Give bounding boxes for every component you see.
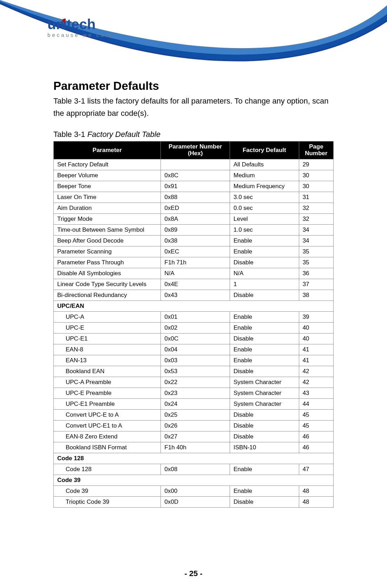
cell-page: 46 — [299, 431, 333, 442]
table-row: Beeper Volume0x8CMedium30 — [54, 170, 334, 181]
cell-param: EAN-8 Zero Extend — [54, 431, 161, 442]
cell-param: EAN-13 — [54, 355, 161, 366]
cell-page: 41 — [299, 355, 333, 366]
table-row: UPC-E Preamble0x23System Character43 — [54, 388, 334, 398]
brand-name: unitech — [47, 17, 113, 31]
cell-hex: 0x91 — [161, 181, 230, 192]
table-row: Parameter Pass ThroughF1h 71hDisable35 — [54, 257, 334, 268]
col-hex: Parameter Number (Hex) — [161, 141, 230, 159]
table-row: Convert UPC-E1 to A0x26Disable45 — [54, 420, 334, 431]
table-row: UPC/EAN — [54, 300, 334, 311]
cell-page: 48 — [299, 485, 333, 496]
cell-hex: 0x22 — [161, 377, 230, 388]
cell-param: Beeper Volume — [54, 170, 161, 181]
cell-hex: 0x23 — [161, 388, 230, 398]
cell-hex: 0x04 — [161, 344, 230, 355]
cell-page: 42 — [299, 377, 333, 388]
table-body: Set Factory DefaultAll Defaults29Beeper … — [54, 159, 334, 507]
cell-default: 3.0 sec — [230, 192, 299, 203]
cell-hex: 0x8C — [161, 170, 230, 181]
caption-italic: Factory Default Table — [87, 130, 160, 139]
cell-default: System Character — [230, 377, 299, 388]
brand-prefix: un — [47, 16, 65, 32]
table-row: EAN-130x03Enable41 — [54, 355, 334, 366]
cell-default: N/A — [230, 268, 299, 279]
cell-param: Beeper Tone — [54, 181, 161, 192]
brand-suffix: tech — [67, 16, 96, 32]
section-cell: UPC/EAN — [54, 300, 334, 311]
cell-hex: 0x08 — [161, 464, 230, 475]
cell-hex: 0x02 — [161, 322, 230, 333]
cell-default: 1.0 sec — [230, 224, 299, 235]
cell-default: 0.0 sec — [230, 203, 299, 213]
cell-hex: 0x8A — [161, 213, 230, 224]
cell-param: UPC-E1 — [54, 333, 161, 344]
table-row: Beep After Good Decode0x38Enable34 — [54, 235, 334, 246]
cell-param: UPC-E — [54, 322, 161, 333]
cell-default: 1 — [230, 279, 299, 290]
table-row: UPC-E1 Preamble0x24System Character44 — [54, 398, 334, 409]
cell-param: Linear Code Type Security Levels — [54, 279, 161, 290]
caption-prefix: Table 3-1 — [53, 130, 87, 139]
cell-page: 40 — [299, 333, 333, 344]
table-row: Code 1280x08Enable47 — [54, 464, 334, 475]
cell-page: 34 — [299, 235, 333, 246]
cell-param: Beep After Good Decode — [54, 235, 161, 246]
cell-param: Convert UPC-E1 to A — [54, 420, 161, 431]
cell-default: All Defaults — [230, 159, 299, 170]
cell-hex: 0x25 — [161, 409, 230, 420]
cell-default: Enable — [230, 344, 299, 355]
cell-param: Parameter Pass Through — [54, 257, 161, 268]
cell-default: Medium Frequency — [230, 181, 299, 192]
cell-page: 32 — [299, 213, 333, 224]
cell-param: UPC-A Preamble — [54, 377, 161, 388]
cell-page: 44 — [299, 398, 333, 409]
cell-default: Disable — [230, 409, 299, 420]
cell-default: Disable — [230, 333, 299, 344]
brand-tagline: because we care — [47, 32, 113, 38]
cell-hex: 0x38 — [161, 235, 230, 246]
cell-default: Disable — [230, 257, 299, 268]
brand-dot-icon — [62, 19, 65, 22]
intro-paragraph: Table 3-1 lists the factory defaults for… — [53, 95, 334, 119]
cell-default: Enable — [230, 246, 299, 257]
cell-page: 35 — [299, 246, 333, 257]
cell-hex: F1h 40h — [161, 442, 230, 453]
cell-param: Code 128 — [54, 464, 161, 475]
table-row: Aim Duration0xED0.0 sec32 — [54, 203, 334, 213]
cell-hex: N/A — [161, 268, 230, 279]
document-page: unitech because we care Parameter Defaul… — [0, 0, 387, 588]
cell-page: 43 — [299, 388, 333, 398]
section-cell: Code 39 — [54, 475, 334, 485]
cell-hex: 0x27 — [161, 431, 230, 442]
table-row: Trigger Mode0x8ALevel32 — [54, 213, 334, 224]
cell-page: 31 — [299, 192, 333, 203]
page-title: Parameter Defaults — [53, 79, 334, 93]
header-swoosh — [0, 0, 387, 81]
cell-default: Disable — [230, 496, 299, 507]
cell-default: Disable — [230, 290, 299, 300]
table-row: Code 128 — [54, 453, 334, 464]
table-row: Beeper Tone0x91Medium Frequency30 — [54, 181, 334, 192]
table-row: Code 39 — [54, 475, 334, 485]
cell-hex: 0x00 — [161, 485, 230, 496]
col-parameter: Parameter — [54, 141, 161, 159]
brand-logo: unitech because we care — [47, 17, 113, 38]
cell-default: Disable — [230, 366, 299, 377]
cell-page: 37 — [299, 279, 333, 290]
cell-hex: 0x26 — [161, 420, 230, 431]
cell-param: Bi-directional Redundancy — [54, 290, 161, 300]
cell-param: UPC-E1 Preamble — [54, 398, 161, 409]
cell-hex: 0x01 — [161, 311, 230, 322]
cell-param: Bookland ISBN Format — [54, 442, 161, 453]
table-row: Laser On Time0x883.0 sec31 — [54, 192, 334, 203]
table-row: EAN-80x04Enable41 — [54, 344, 334, 355]
col-default: Factory Default — [230, 141, 299, 159]
cell-hex: 0x88 — [161, 192, 230, 203]
cell-default: ISBN-10 — [230, 442, 299, 453]
cell-hex: 0x89 — [161, 224, 230, 235]
cell-page: 30 — [299, 181, 333, 192]
page-footer: - 25 - — [0, 569, 387, 578]
cell-param: Disable All Symbologies — [54, 268, 161, 279]
cell-default: Disable — [230, 431, 299, 442]
